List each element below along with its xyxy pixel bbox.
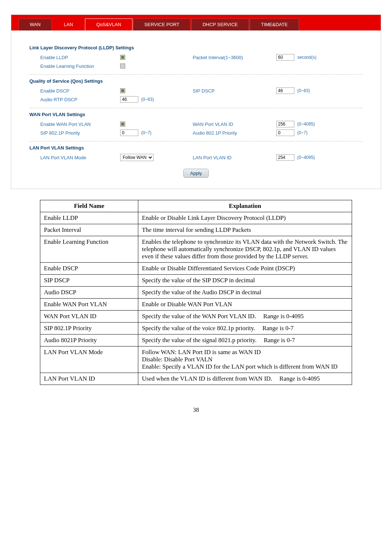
td-field: SIP 802.1P Priority [40,323,138,335]
label-audio-8021p: Audio 802.1P Priority [193,130,276,136]
table-row: Audio DSCPSpecify the value of the Audio… [40,287,352,299]
input-audio-rtp-dscp[interactable] [120,96,138,103]
td-explanation: Specify the value of the voice 802.1p pr… [138,323,352,335]
table-row: Enable WAN Port VLANEnable or Disable WA… [40,299,352,311]
table-row: Audio 8021P PrioritySpecify the value of… [40,335,352,346]
th-field-name: Field Name [40,200,138,212]
input-audio-8021p[interactable] [276,130,294,136]
table-row: WAN Port VLAN IDSpecify the value of the… [40,311,352,323]
td-field: LAN Port VLAN ID [40,373,138,385]
tab-timedate[interactable]: TIME&DATE [250,19,299,30]
table-row: SIP 802.1P PrioritySpecify the value of … [40,323,352,335]
checkbox-enable-lldp[interactable] [120,55,125,60]
range-audio-8021p: (0~7) [297,130,307,135]
divider [29,108,363,108]
td-field: Packet Interval [40,224,138,236]
checkbox-enable-learning[interactable] [120,63,125,69]
section-lanvlan-title: LAN Port VLAN Settings [29,145,363,151]
tab-qosvlan[interactable]: QoS&VLAN [85,19,132,30]
td-field: SIP DSCP [40,275,138,287]
apply-button[interactable]: Apply [183,169,209,178]
page-number: 38 [11,407,381,413]
td-explanation: Used when the VLAN ID is different from … [138,373,352,385]
input-wan-port-vlanid[interactable] [276,121,294,127]
input-sip-dscp[interactable] [276,87,294,94]
td-explanation: Enable or Disable Differentiated Service… [138,263,352,275]
td-explanation: Specify the value of the Audio DSCP in d… [138,287,352,299]
label-wan-port-vlanid: WAN Port VLAN ID [193,122,276,127]
checkbox-enable-dscp[interactable] [120,88,125,93]
label-packet-interval: Packet Interval(1~3600) [193,55,276,60]
table-row: Enable DSCPEnable or Disable Differentia… [40,263,352,275]
divider [29,74,363,75]
tab-serviceport[interactable]: SERVICE PORT [133,19,191,30]
table-row: Enable Learning FunctionEnables the tele… [40,236,352,263]
td-explanation: Enable or Disable WAN Port VLAN [138,299,352,311]
tab-lan[interactable]: LAN [53,19,84,30]
range-wan-vlanid: (0~4095) [297,122,315,127]
section-lldp-title: Link Layer Discovery Protocol (LLDP) Set… [29,45,363,50]
td-explanation: Follow WAN: LAN Port ID is same as WAN I… [138,346,352,373]
tab-bar: WAN LAN QoS&VLAN SERVICE PORT DHCP SERVI… [11,15,381,30]
explanation-table: Field Name Explanation Enable LLDPEnable… [40,200,352,385]
tab-dhcpservice[interactable]: DHCP SERVICE [191,19,249,30]
td-field: Enable WAN Port VLAN [40,299,138,311]
td-explanation: The time interval for sending LLDP Packe… [138,224,352,236]
tab-wan[interactable]: WAN [19,19,52,30]
td-field: WAN Port VLAN ID [40,311,138,323]
label-enable-lldp: Enable LLDP [40,55,120,60]
label-audio-rtp-dscp: Audio RTP DSCP [40,97,120,102]
checkbox-enable-wan-vlan[interactable] [120,122,125,127]
td-explanation: Specify the value of the WAN Port VLAN I… [138,311,352,323]
network-config-panel: WAN LAN QoS&VLAN SERVICE PORT DHCP SERVI… [11,15,381,189]
td-field: Enable Learning Function [40,236,138,263]
table-row: Enable LLDPEnable or Disable Link Layer … [40,212,352,224]
label-lan-vlan-mode: LAN Port VLAN Mode [40,155,120,160]
select-lan-vlan-mode[interactable]: Follow WAN [120,154,154,161]
td-field: Enable LLDP [40,212,138,224]
range-audio-rtp-dscp: (0~63) [141,97,154,102]
label-lan-port-vlanid: LAN Port VLAN ID [193,155,276,160]
th-explanation: Explanation [138,200,352,212]
divider [29,141,363,141]
label-enable-dscp: Enable DSCP [40,88,120,94]
label-sip-8021p: SIP 802.1P Priority [40,130,120,136]
td-field: Enable DSCP [40,263,138,275]
td-explanation: Enable or Disable Link Layer Discovery P… [138,212,352,224]
td-field: Audio DSCP [40,287,138,299]
label-sip-dscp: SIP DSCP [193,88,276,94]
table-row: Packet IntervalThe time interval for sen… [40,224,352,236]
table-row: LAN Port VLAN ModeFollow WAN: LAN Port I… [40,346,352,373]
section-wanvlan-title: WAN Port VLAN Settings [29,112,363,117]
td-explanation: Specify the value of the SIP DSCP in dec… [138,275,352,287]
table-row: SIP DSCPSpecify the value of the SIP DSC… [40,275,352,287]
label-enable-learning: Enable Learning Function [40,63,120,69]
td-field: Audio 8021P Priority [40,335,138,346]
range-sip-dscp: (0~63) [297,88,310,93]
range-lan-vlanid: (0~4095) [297,155,315,160]
table-row: LAN Port VLAN IDUsed when the VLAN ID is… [40,373,352,385]
td-explanation: Enables the telephone to synchronize its… [138,236,352,263]
panel-body: Link Layer Discovery Protocol (LLDP) Set… [11,30,381,189]
label-enable-wan-vlan: Enable WAN Port VLAN [40,122,120,127]
unit-packet-interval: second(s) [297,55,317,60]
range-sip-8021p: (0~7) [141,130,151,135]
td-field: LAN Port VLAN Mode [40,346,138,373]
section-qos-title: Quality of Service (Qos) Settings [29,78,363,84]
td-explanation: Specify the value of the signal 8021.p p… [138,335,352,346]
input-sip-8021p[interactable] [120,130,138,136]
input-lan-port-vlanid[interactable] [276,154,294,161]
input-packet-interval[interactable] [276,54,294,61]
